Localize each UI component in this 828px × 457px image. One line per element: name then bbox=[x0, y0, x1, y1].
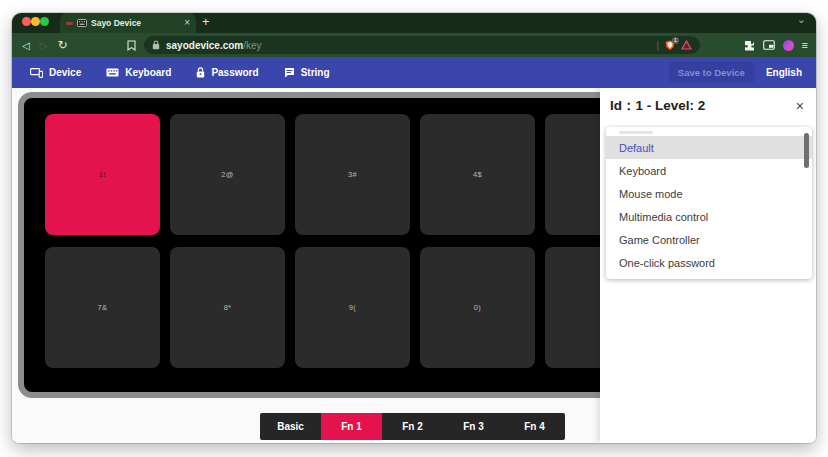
nav-item-password[interactable]: Password bbox=[196, 67, 258, 78]
url-host: sayodevice.com bbox=[166, 40, 243, 51]
page-content: 1! 2@ 3# 4$ 7& 8* 9( 0) Basic Fn 1 Fn 2 … bbox=[12, 88, 816, 443]
key-mode-list: Default Keyboard Mouse mode Multimedia c… bbox=[606, 127, 812, 279]
nav-item-label: String bbox=[301, 67, 330, 78]
shield-badge: 1 bbox=[672, 37, 679, 44]
extensions-puzzle-icon[interactable] bbox=[744, 40, 755, 51]
panel-title: Id：1 - Level: 2 bbox=[610, 97, 705, 115]
pip-icon[interactable] bbox=[763, 40, 775, 50]
tab-fn1[interactable]: Fn 1 bbox=[321, 413, 382, 440]
address-bar[interactable]: sayodevice.com/key | 1 bbox=[144, 36, 700, 54]
option-default[interactable]: Default bbox=[606, 136, 812, 159]
browser-window: Sayo Device × + ⌄ ◁ ▷ ↻ sayodevice.com/k… bbox=[12, 13, 816, 443]
window-zoom-button[interactable] bbox=[40, 17, 49, 26]
key-4[interactable]: 4$ bbox=[420, 114, 535, 235]
nav-item-label: Device bbox=[49, 67, 81, 78]
option-multimedia-control[interactable]: Multimedia control bbox=[606, 205, 812, 228]
new-tab-button[interactable]: + bbox=[202, 14, 210, 29]
clipped-option bbox=[619, 131, 812, 135]
option-game-controller[interactable]: Game Controller bbox=[606, 228, 812, 251]
nav-item-string[interactable]: String bbox=[284, 67, 330, 78]
nav-item-label: Password bbox=[211, 67, 258, 78]
lock-icon bbox=[196, 67, 205, 78]
save-to-device-button[interactable]: Save to Device bbox=[669, 62, 754, 83]
option-one-click-password[interactable]: One-click password bbox=[606, 251, 812, 274]
key-8[interactable]: 8* bbox=[170, 247, 285, 368]
brave-shield-icon[interactable]: 1 bbox=[665, 40, 675, 51]
keyboard-favicon-icon bbox=[77, 19, 87, 27]
devices-icon bbox=[30, 68, 43, 78]
window-minimize-button[interactable] bbox=[31, 17, 40, 26]
tab-basic[interactable]: Basic bbox=[260, 413, 321, 440]
menu-icon[interactable]: ≡ bbox=[802, 39, 808, 51]
browser-tab[interactable]: Sayo Device × bbox=[60, 13, 196, 33]
url-text: sayodevice.com/key bbox=[166, 40, 262, 51]
close-icon[interactable]: × bbox=[796, 99, 804, 113]
browser-toolbar: ◁ ▷ ↻ sayodevice.com/key | 1 bbox=[12, 33, 816, 57]
language-selector[interactable]: English bbox=[766, 67, 802, 78]
nav-item-keyboard[interactable]: Keyboard bbox=[106, 67, 171, 78]
lock-icon bbox=[152, 40, 160, 50]
tab-fn2[interactable]: Fn 2 bbox=[382, 413, 443, 440]
nav-item-label: Keyboard bbox=[125, 67, 171, 78]
window-close-button[interactable] bbox=[22, 17, 31, 26]
key-1[interactable]: 1! bbox=[45, 114, 160, 235]
tab-fn3[interactable]: Fn 3 bbox=[443, 413, 504, 440]
key-3[interactable]: 3# bbox=[295, 114, 410, 235]
tab-search-chevron-icon[interactable]: ⌄ bbox=[797, 13, 806, 26]
key-0[interactable]: 0) bbox=[420, 247, 535, 368]
bookmark-icon[interactable] bbox=[127, 40, 136, 51]
back-icon[interactable]: ◁ bbox=[22, 40, 30, 51]
nav-item-device[interactable]: Device bbox=[30, 67, 81, 78]
forward-icon[interactable]: ▷ bbox=[40, 40, 48, 51]
string-chat-icon bbox=[284, 67, 295, 78]
layer-tab-bar: Basic Fn 1 Fn 2 Fn 3 Fn 4 bbox=[260, 413, 565, 440]
option-keyboard[interactable]: Keyboard bbox=[606, 159, 812, 182]
keyboard-icon bbox=[106, 68, 119, 77]
key-2[interactable]: 2@ bbox=[170, 114, 285, 235]
reload-icon[interactable]: ↻ bbox=[57, 38, 67, 52]
url-path: /key bbox=[243, 40, 261, 51]
key-7[interactable]: 7& bbox=[45, 247, 160, 368]
site-nav: Device Keyboard Password String Save to … bbox=[12, 57, 816, 88]
browser-tab-strip: Sayo Device × + ⌄ bbox=[12, 13, 816, 33]
tab-title: Sayo Device bbox=[91, 18, 180, 28]
option-mouse-mode[interactable]: Mouse mode bbox=[606, 182, 812, 205]
urlbar-separator: | bbox=[656, 40, 659, 51]
key-settings-panel: Id：1 - Level: 2 × Default Keyboard Mouse… bbox=[600, 88, 816, 443]
warning-triangle-icon[interactable] bbox=[681, 40, 692, 50]
key-9[interactable]: 9( bbox=[295, 247, 410, 368]
tab-close-icon[interactable]: × bbox=[184, 18, 190, 28]
favicon-dash bbox=[66, 22, 73, 25]
profile-avatar[interactable] bbox=[783, 40, 794, 51]
scrollbar-thumb[interactable] bbox=[804, 133, 809, 168]
tab-fn4[interactable]: Fn 4 bbox=[504, 413, 565, 440]
